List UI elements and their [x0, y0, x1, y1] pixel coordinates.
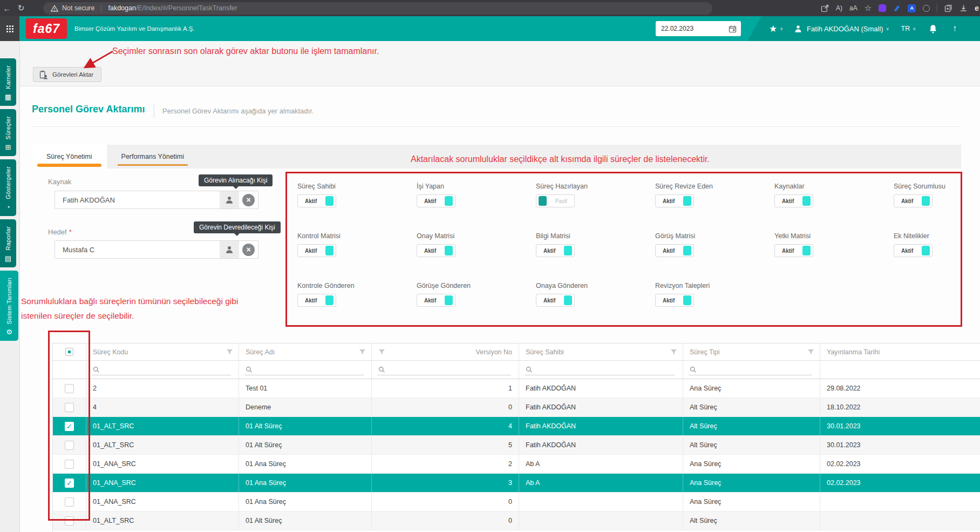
- filter-icon[interactable]: [378, 349, 385, 355]
- column-header[interactable]: Versiyon No: [372, 344, 519, 360]
- row-checkbox[interactable]: [65, 441, 74, 450]
- column-header[interactable]: Süreç Adı: [239, 344, 372, 360]
- read-aloud-icon[interactable]: A): [836, 4, 842, 12]
- cell-surec-adi: 01 Ana Süreç: [239, 455, 372, 473]
- cell-surec-adi: 01 Ana Süreç: [239, 474, 372, 492]
- tab[interactable]: Performans Yönetimi: [107, 145, 199, 169]
- toggle-item: Yetki Matrisi Aktif: [774, 232, 894, 282]
- bell-icon[interactable]: [929, 24, 937, 33]
- column-header[interactable]: Süreç Kodu: [86, 344, 239, 360]
- toggle-switch[interactable]: Aktif: [417, 244, 455, 257]
- app-launcher-button[interactable]: [0, 16, 19, 41]
- table-row[interactable]: 2 Test 01 1 Fatih AKDOĞAN Ana Süreç 29.0…: [53, 379, 980, 398]
- chevron-down-icon[interactable]: ∨: [913, 26, 916, 31]
- toggle-switch[interactable]: Aktif: [894, 194, 933, 207]
- browser-profile-icon[interactable]: e: [975, 4, 979, 12]
- app-logo[interactable]: fa67: [26, 18, 67, 39]
- extension-translator-icon[interactable]: A: [908, 4, 916, 12]
- collapse-header-icon[interactable]: ↑: [952, 23, 957, 34]
- search-input[interactable]: [239, 361, 372, 379]
- sidebar-item[interactable]: Göstergeler ◔: [0, 159, 16, 216]
- chevron-down-icon[interactable]: ∨: [780, 26, 783, 31]
- tab[interactable]: Süreç Yönetimi: [32, 145, 107, 169]
- toggle-switch[interactable]: Aktif: [297, 294, 336, 307]
- toggle-label: Görüş Matrisi: [655, 232, 774, 240]
- row-checkbox[interactable]: [65, 422, 74, 431]
- toggle-switch[interactable]: Aktif: [655, 244, 694, 257]
- back-icon[interactable]: ←: [0, 4, 14, 13]
- clear-icon[interactable]: ×: [242, 194, 255, 206]
- calendar-icon[interactable]: [729, 25, 737, 33]
- search-input[interactable]: [86, 361, 239, 379]
- extension-pen-icon[interactable]: [893, 4, 901, 12]
- filter-icon[interactable]: [359, 349, 366, 355]
- search-icon: [93, 366, 100, 373]
- person-picker-button[interactable]: [220, 191, 239, 208]
- share-icon[interactable]: [821, 4, 829, 12]
- filter-icon[interactable]: [226, 349, 233, 355]
- toggle-switch[interactable]: Aktif: [655, 194, 694, 207]
- toggle-switch[interactable]: Aktif: [297, 194, 336, 207]
- toggle-state-label: Aktif: [782, 248, 794, 254]
- column-header[interactable]: Süreç Tipi: [683, 344, 820, 360]
- toggle-switch[interactable]: Aktif: [774, 194, 813, 207]
- search-input[interactable]: [372, 361, 519, 379]
- column-header[interactable]: Süreç Sahibi: [519, 344, 683, 360]
- toggle-switch[interactable]: Aktif: [774, 244, 813, 257]
- sidebar-item[interactable]: Süreçler ⊞: [0, 109, 16, 156]
- column-header[interactable]: Yayınlanma Tarihi: [820, 344, 980, 360]
- table-row[interactable]: 01_ANA_SRC 01 Ana Süreç 2 Ab A Ana Süreç…: [53, 455, 980, 474]
- search-input[interactable]: [683, 361, 820, 379]
- toggle-switch[interactable]: Aktif: [417, 294, 455, 307]
- refresh-icon[interactable]: ↻: [14, 3, 28, 13]
- clear-icon[interactable]: ×: [242, 244, 255, 256]
- cell-surec-adi: Deneme: [239, 398, 372, 416]
- search-input[interactable]: [519, 361, 683, 379]
- sidebar-item[interactable]: Sistem Tanımları ⚙: [0, 271, 18, 341]
- row-checkbox[interactable]: [65, 516, 74, 526]
- toggle-switch[interactable]: Aktif: [297, 244, 336, 257]
- collections-icon[interactable]: [944, 4, 952, 12]
- toggle-switch[interactable]: Aktif: [536, 294, 575, 307]
- download-icon[interactable]: [959, 4, 968, 12]
- toggle-knob: [683, 295, 691, 305]
- table-row[interactable]: 01_ALT_SRC 01 Alt Süreç 0 Alt Süreç: [53, 511, 980, 530]
- toggle-item: Ek Nitelikler Aktif: [894, 232, 980, 282]
- table-row[interactable]: 4 Deneme 0 Fatih AKDOĞAN Alt Süreç 18.10…: [53, 398, 980, 417]
- favorites-icon[interactable]: ★: [769, 23, 777, 35]
- row-checkbox[interactable]: [65, 460, 74, 469]
- language-selector[interactable]: TR: [901, 25, 910, 32]
- date-picker[interactable]: 22.02.2023: [656, 21, 741, 36]
- kaynak-input[interactable]: Fatih AKDOĞAN ×: [55, 191, 258, 209]
- extension-purple-icon[interactable]: [879, 4, 886, 12]
- toggle-switch[interactable]: Pasif: [536, 194, 575, 207]
- table-row[interactable]: 01_ANA_SRC 01 Ana Süreç 3 Ab A Ana Süreç…: [53, 474, 980, 493]
- table-row[interactable]: 01_ALT_SRC 01 Alt Süreç 5 Fatih AKDOĞAN …: [53, 436, 980, 455]
- sidebar-item[interactable]: Karneler ▦: [0, 58, 16, 106]
- filter-icon[interactable]: [807, 349, 814, 355]
- chevron-down-icon[interactable]: ∨: [886, 26, 889, 31]
- user-icon: [794, 24, 802, 33]
- row-checkbox[interactable]: [65, 384, 74, 393]
- user-name[interactable]: Fatih AKDOĞAN (Small): [807, 25, 883, 33]
- table-row[interactable]: 01_ANA_SRC 01 Ana Süreç 0 Ana Süreç: [53, 493, 980, 511]
- select-all-checkbox[interactable]: [65, 348, 73, 356]
- toggle-switch[interactable]: Aktif: [417, 194, 455, 207]
- table-row[interactable]: 01_ALT_SRC 01 Alt Süreç 4 Fatih AKDOĞAN …: [53, 417, 980, 436]
- url-bar[interactable]: Not secure fakdogan/E/Index/#/PersonnelT…: [43, 2, 712, 15]
- filter-icon[interactable]: [670, 349, 677, 355]
- not-secure-label: Not secure: [62, 4, 94, 12]
- toggle-switch[interactable]: Aktif: [894, 244, 933, 257]
- hedef-input[interactable]: Mustafa C ×: [55, 240, 258, 259]
- toggle-switch[interactable]: Aktif: [655, 294, 694, 307]
- sidebar-item[interactable]: Raporlar ▤: [0, 219, 16, 267]
- row-checkbox[interactable]: [65, 479, 74, 488]
- extension-icon[interactable]: [923, 5, 930, 12]
- translate-icon[interactable]: aA: [849, 4, 858, 12]
- toggle-switch[interactable]: Aktif: [536, 244, 575, 257]
- person-picker-button[interactable]: [220, 241, 239, 258]
- favorites-star-icon[interactable]: ☆: [865, 3, 872, 13]
- transfer-tasks-button[interactable]: Görevleri Aktar: [33, 67, 101, 82]
- row-checkbox[interactable]: [65, 497, 74, 507]
- row-checkbox[interactable]: [65, 403, 74, 412]
